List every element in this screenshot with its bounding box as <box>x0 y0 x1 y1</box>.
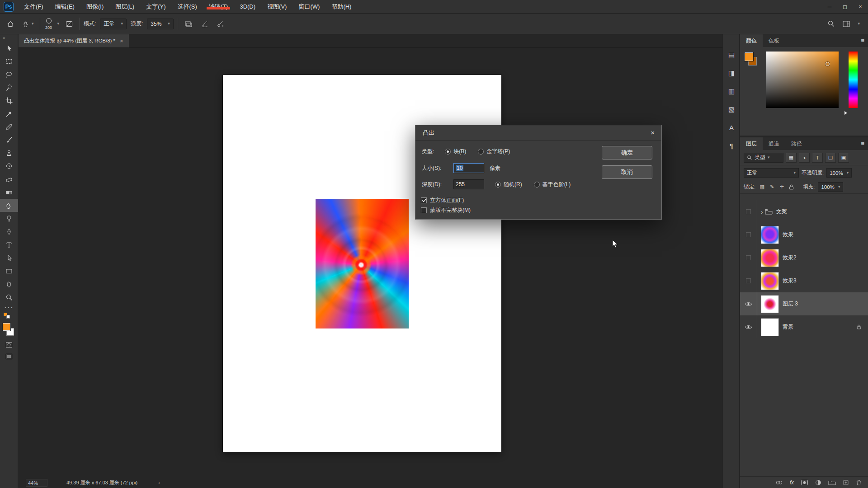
type-option-pyramid[interactable]: 金字塔(P) <box>478 148 510 155</box>
character-panel-icon[interactable]: A <box>723 118 740 136</box>
move-tool[interactable] <box>0 42 18 55</box>
filter-adjustment-layers-icon[interactable]: ◑ <box>799 153 810 163</box>
edit-toolbar-button[interactable]: • • • <box>0 304 18 312</box>
layer-filter-select[interactable]: 类型 ▾ <box>744 153 783 163</box>
menu-help[interactable]: 帮助(H) <box>326 0 357 14</box>
eyedropper-tool[interactable] <box>0 107 18 120</box>
brush-preset-picker[interactable]: 200 <box>44 17 53 31</box>
layer-row-background[interactable]: 背景 <box>740 315 868 338</box>
status-options-chevron[interactable]: › <box>158 480 160 485</box>
new-layer-icon[interactable] <box>843 479 849 486</box>
menu-filter[interactable]: 滤镜(T) <box>203 0 234 14</box>
panel-menu-icon[interactable]: ≡ <box>861 137 864 150</box>
radio-pyramid[interactable] <box>478 149 484 155</box>
dodge-tool[interactable] <box>0 212 18 225</box>
visibility-toggle[interactable] <box>740 292 757 315</box>
close-button[interactable]: × <box>853 0 868 14</box>
delete-layer-icon[interactable] <box>856 479 862 486</box>
menu-image[interactable]: 图像(I) <box>80 0 109 14</box>
history-brush-tool[interactable] <box>0 160 18 173</box>
tab-swatches[interactable]: 色板 <box>763 34 785 47</box>
healing-brush-tool[interactable] <box>0 120 18 133</box>
layer-thumbnail[interactable] <box>761 319 778 336</box>
quick-mask-button[interactable] <box>0 339 18 351</box>
tool-preset-picker[interactable]: ▾ <box>20 19 36 29</box>
front-faces-row[interactable]: 立方体正面(F) <box>421 197 464 204</box>
chevron-down-icon[interactable]: ▾ <box>858 22 860 26</box>
panel-icon-4[interactable]: ▧ <box>723 100 740 118</box>
clone-stamp-tool[interactable] <box>0 146 18 160</box>
layer-row[interactable]: 效果3 <box>740 269 868 292</box>
visibility-toggle[interactable] <box>740 269 757 292</box>
menu-3d[interactable]: 3D(D) <box>234 0 261 14</box>
dialog-close-icon[interactable]: × <box>651 129 655 136</box>
group-expand-arrow[interactable]: › <box>761 208 763 216</box>
chevron-down-icon[interactable]: ▾ <box>57 22 60 26</box>
mask-incomplete-row[interactable]: 蒙版不完整块(M) <box>421 206 471 214</box>
hue-slider-marker[interactable] <box>844 111 847 115</box>
menu-file[interactable]: 文件(F) <box>18 0 49 14</box>
ok-button[interactable]: 确定 <box>602 146 652 160</box>
tab-close-icon[interactable]: × <box>120 38 123 44</box>
panel-menu-icon[interactable]: ≡ <box>861 34 864 47</box>
swirl-artwork[interactable] <box>316 199 409 328</box>
depth-option-random[interactable]: 随机(R) <box>495 181 522 188</box>
layer-thumbnail[interactable] <box>761 296 778 313</box>
color-picker-ring[interactable] <box>826 62 830 66</box>
canvas-area[interactable] <box>19 48 722 477</box>
saturation-brightness-box[interactable] <box>766 52 839 108</box>
blend-mode-select[interactable]: 正常 ▾ <box>744 168 799 178</box>
document-tab[interactable]: 凸出立体海报 @ 44% (图层 3, RGB/8) * × <box>19 34 129 47</box>
adjustment-layer-icon[interactable] <box>815 479 821 486</box>
fill-field[interactable]: 100% ▾ <box>818 182 843 192</box>
radio-block[interactable] <box>445 149 451 155</box>
lasso-tool[interactable] <box>0 68 18 81</box>
cancel-button[interactable]: 取消 <box>602 165 652 179</box>
visibility-toggle[interactable] <box>740 246 757 269</box>
front-faces-checkbox[interactable] <box>421 197 427 203</box>
tab-paths[interactable]: 路径 <box>785 137 808 150</box>
strength-select[interactable]: 35% ▾ <box>147 19 174 29</box>
tab-color[interactable]: 颜色 <box>740 34 763 47</box>
zoom-level-field[interactable]: 44% <box>26 479 47 487</box>
layer-row[interactable]: 效果2 <box>740 246 868 269</box>
panel-icon-3[interactable]: ▥ <box>723 82 740 100</box>
filter-pixel-layers-icon[interactable]: ▦ <box>786 153 797 163</box>
lock-position-icon[interactable]: ✛ <box>778 184 785 190</box>
lock-pixels-icon[interactable]: ✎ <box>769 184 775 190</box>
screen-mode-button[interactable] <box>0 351 18 362</box>
mask-incomplete-checkbox[interactable] <box>421 207 427 213</box>
filter-type-layers-icon[interactable]: T <box>812 153 823 163</box>
minimize-button[interactable]: ─ <box>822 0 837 14</box>
panel-icon-1[interactable]: ▤ <box>723 46 740 64</box>
size-input[interactable]: 10 <box>453 163 484 173</box>
sample-all-layers-toggle[interactable] <box>182 19 195 29</box>
layer-thumbnail[interactable] <box>761 249 778 267</box>
layer-thumbnail[interactable] <box>761 226 778 244</box>
radio-random[interactable] <box>495 182 501 188</box>
menu-window[interactable]: 窗口(W) <box>292 0 326 14</box>
quick-selection-tool[interactable] <box>0 81 18 94</box>
radio-levels[interactable] <box>534 182 540 188</box>
smudge-tool[interactable] <box>0 199 18 212</box>
pen-tool[interactable] <box>0 225 18 238</box>
layer-row[interactable]: 效果 <box>740 223 868 246</box>
finger-painting-toggle[interactable] <box>199 19 211 29</box>
hand-tool[interactable] <box>0 277 18 291</box>
foreground-color-chip[interactable] <box>3 323 10 331</box>
menu-type[interactable]: 文字(Y) <box>140 0 171 14</box>
mode-select[interactable]: 正常 ▾ <box>100 19 127 29</box>
lock-all-icon[interactable] <box>788 184 794 190</box>
filter-shape-layers-icon[interactable]: ▢ <box>825 153 836 163</box>
hue-slider[interactable] <box>849 52 858 108</box>
opacity-field[interactable]: 100% ▾ <box>826 168 852 178</box>
menu-edit[interactable]: 编辑(E) <box>49 0 80 14</box>
home-button[interactable] <box>5 19 16 29</box>
visibility-toggle[interactable] <box>740 200 757 223</box>
menu-layer[interactable]: 图层(L) <box>109 0 140 14</box>
type-tool[interactable] <box>0 238 18 251</box>
restore-button[interactable]: ◻ <box>837 0 853 14</box>
foreground-color-chip[interactable] <box>745 52 753 61</box>
eraser-tool[interactable] <box>0 173 18 186</box>
link-layers-icon[interactable] <box>775 480 783 485</box>
